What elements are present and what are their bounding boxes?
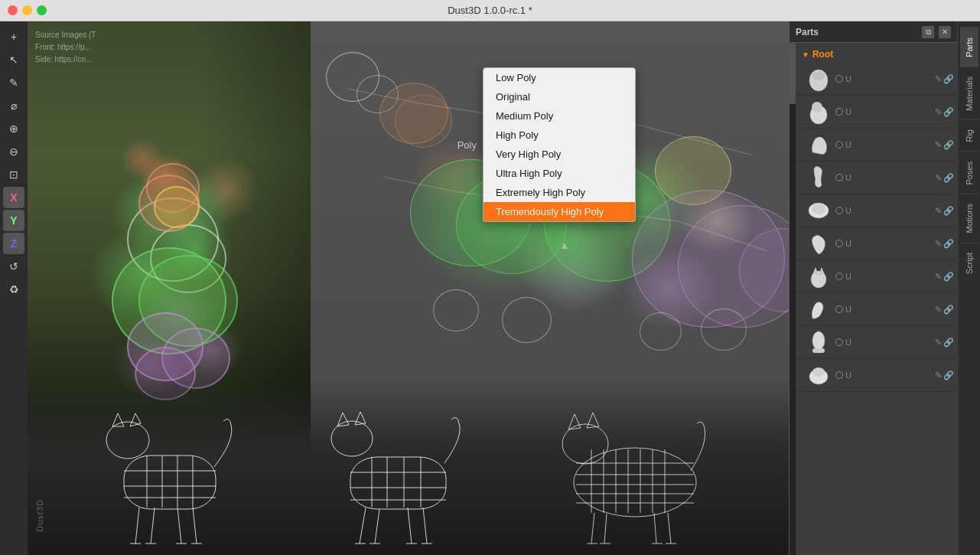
vis-circle[interactable]: [835, 141, 843, 149]
vis-circle[interactable]: [835, 207, 843, 214]
link-part-icon[interactable]: 🔗: [943, 206, 954, 216]
x-axis-tool[interactable]: X: [3, 187, 24, 208]
tab-parts[interactable]: Parts: [960, 28, 978, 67]
vis-u[interactable]: U: [845, 371, 851, 380]
svg-line-13: [151, 508, 155, 544]
poly-option-tremendously-high-poly[interactable]: Tremendously High Poly: [483, 202, 635, 221]
vis-u[interactable]: U: [845, 272, 851, 281]
pointer-tool[interactable]: ↖: [3, 49, 24, 70]
zoom-out-tool[interactable]: ⊖: [3, 141, 24, 162]
edit-part-icon[interactable]: ✎: [935, 107, 942, 117]
zoom-in-tool[interactable]: ⊕: [3, 118, 24, 139]
recenter-tool[interactable]: ⊡: [3, 164, 24, 185]
panel-detach-btn[interactable]: ⧉: [922, 26, 934, 38]
window-controls: [8, 5, 47, 15]
vis-circle[interactable]: [835, 305, 843, 313]
vis-u[interactable]: U: [845, 173, 851, 182]
poly-option-extremely-high-poly[interactable]: Extremely High Poly: [483, 183, 635, 202]
panel-header: Parts ⧉ ✕: [790, 21, 957, 43]
link-part-icon[interactable]: 🔗: [943, 173, 954, 183]
edit-part-icon[interactable]: ✎: [935, 140, 942, 150]
link-part-icon[interactable]: 🔗: [943, 272, 954, 282]
vis-circle[interactable]: [835, 240, 843, 247]
link-part-icon[interactable]: 🔗: [943, 371, 954, 380]
brush-tool[interactable]: ⌀: [3, 95, 24, 116]
panel-close-btn[interactable]: ✕: [939, 26, 951, 38]
vis-u[interactable]: U: [845, 338, 851, 347]
edit-tool[interactable]: ✎: [3, 72, 24, 93]
vis-circle[interactable]: [835, 371, 843, 379]
link-part-icon[interactable]: 🔗: [943, 338, 954, 348]
poly-dropdown-menu[interactable]: Low Poly Original Medium Poly High Poly …: [483, 67, 636, 222]
edit-part-icon[interactable]: ✎: [935, 206, 942, 216]
recycle-tool[interactable]: ♻: [3, 279, 24, 300]
poly-option-low-poly[interactable]: Low Poly: [483, 68, 635, 87]
vis-u[interactable]: U: [845, 239, 851, 248]
add-tool[interactable]: +: [3, 26, 24, 47]
part-row: U ✎ 🔗: [796, 96, 957, 129]
edit-part-icon[interactable]: ✎: [935, 371, 942, 380]
svg-rect-80: [812, 348, 825, 353]
right-tabs: Parts Materials Rig Poses Motions Script: [957, 21, 980, 555]
svg-point-47: [562, 424, 608, 464]
edit-part-icon[interactable]: ✎: [935, 239, 942, 249]
parts-tree: ▼ Root U: [796, 43, 957, 555]
poly-option-ultra-high-poly[interactable]: Ultra High Poly: [483, 164, 635, 183]
edit-part-icon[interactable]: ✎: [935, 305, 942, 315]
svg-marker-49: [587, 413, 599, 428]
vis-circle[interactable]: [835, 75, 843, 83]
svg-line-15: [193, 508, 197, 544]
part-thumbnail: [805, 65, 832, 93]
wireframe-model-3: [555, 394, 715, 547]
tab-rig[interactable]: Rig: [960, 119, 978, 152]
link-part-icon[interactable]: 🔗: [943, 107, 954, 117]
link-part-icon[interactable]: 🔗: [943, 305, 954, 315]
vis-u[interactable]: U: [845, 107, 851, 116]
poly-option-very-high-poly[interactable]: Very High Poly: [483, 145, 635, 164]
poly-option-medium-poly[interactable]: Medium Poly: [483, 106, 635, 126]
link-part-icon[interactable]: 🔗: [943, 239, 954, 249]
close-button[interactable]: [8, 5, 18, 15]
viewport[interactable]: Source Images (T Front: https://p... Sid…: [28, 21, 789, 555]
left-scrollbar-thumb[interactable]: [790, 43, 796, 104]
app-body: + ↖ ✎ ⌀ ⊕ ⊖ ⊡ X Y Z ↺ ♻: [0, 21, 980, 555]
poly-option-high-poly[interactable]: High Poly: [483, 126, 635, 145]
svg-line-12: [135, 508, 139, 544]
vis-circle[interactable]: [835, 338, 843, 346]
part-thumb-svg-8: [805, 295, 832, 323]
edit-part-icon[interactable]: ✎: [935, 272, 942, 282]
part-thumbnail: [805, 98, 832, 126]
source-info: Source Images (T Front: https://p... Sid…: [35, 29, 96, 66]
tree-root[interactable]: ▼ Root: [796, 46, 957, 63]
part-info: U: [835, 173, 932, 182]
y-axis-tool[interactable]: Y: [3, 210, 24, 231]
link-part-icon[interactable]: 🔗: [943, 74, 954, 84]
svg-rect-8: [124, 455, 216, 509]
vis-u[interactable]: U: [845, 74, 851, 83]
vis-circle[interactable]: [835, 174, 843, 181]
edit-part-icon[interactable]: ✎: [935, 338, 942, 348]
vis-u[interactable]: U: [845, 305, 851, 314]
tab-poses[interactable]: Poses: [960, 152, 978, 194]
edit-part-icon[interactable]: ✎: [935, 74, 942, 84]
vis-circle[interactable]: [835, 108, 843, 116]
poly-option-original[interactable]: Original: [483, 87, 635, 106]
minimize-button[interactable]: [22, 5, 32, 15]
tab-motions[interactable]: Motions: [960, 194, 978, 243]
vis-u[interactable]: U: [845, 206, 851, 215]
maximize-button[interactable]: [37, 5, 47, 15]
part-info: U: [835, 206, 932, 215]
vis-circle[interactable]: [835, 273, 843, 280]
tab-materials[interactable]: Materials: [960, 67, 978, 120]
rotate-tool[interactable]: ↺: [3, 256, 24, 277]
vis-u[interactable]: U: [845, 140, 851, 149]
z-axis-tool[interactable]: Z: [3, 233, 24, 254]
app-title: Dust3D 1.0.0-rc.1 *: [448, 5, 532, 16]
link-part-icon[interactable]: 🔗: [943, 140, 954, 150]
part-thumbnail: [805, 197, 832, 224]
part-thumbnail: [805, 361, 832, 389]
part-thumb-svg-6: [805, 230, 832, 257]
part-row: U ✎ 🔗: [796, 359, 957, 392]
tab-script[interactable]: Script: [960, 243, 978, 283]
edit-part-icon[interactable]: ✎: [935, 173, 942, 183]
